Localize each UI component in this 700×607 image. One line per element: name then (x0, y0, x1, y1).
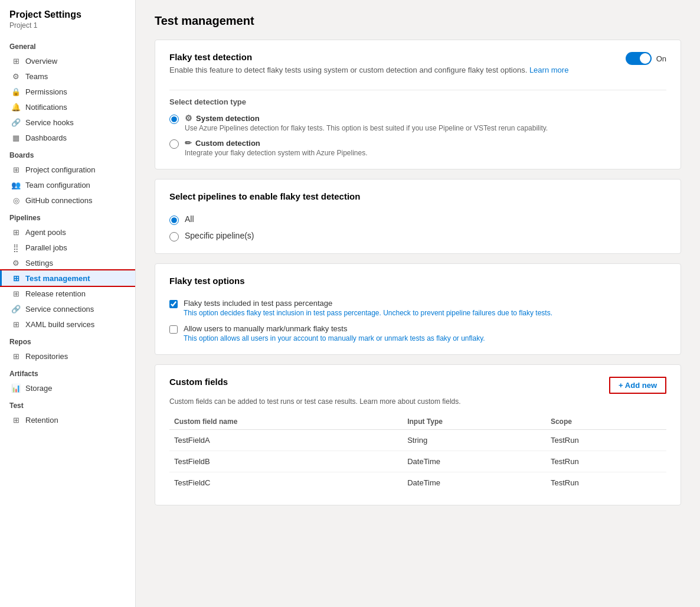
specific-pipelines-label: Specific pipeline(s) (185, 231, 254, 240)
sidebar-item-label-service-hooks: Service hooks (25, 118, 74, 127)
flaky-detection-title: Flaky test detection (169, 52, 568, 62)
custom-detection-desc: Integrate your flaky detection system wi… (185, 149, 368, 157)
sidebar-item-notifications[interactable]: 🔔Notifications (0, 99, 135, 115)
cell-name-2: TestFieldC (169, 472, 403, 494)
flaky-options-checkbox-group: Flaky tests included in test pass percen… (169, 299, 666, 342)
table-row: TestFieldCDateTimeTestRun (169, 472, 666, 494)
notifications-icon: 🔔 (11, 102, 21, 112)
github-connections-icon: ◎ (11, 195, 21, 205)
sidebar-item-label-service-connections: Service connections (25, 305, 94, 314)
cell-scope-2: TestRun (546, 472, 666, 494)
sidebar-item-dashboards[interactable]: ▦Dashboards (0, 130, 135, 145)
sidebar-item-label-overview: Overview (25, 57, 57, 66)
system-detection-desc: Use Azure Pipelines detection for flaky … (185, 124, 548, 132)
sidebar-item-storage[interactable]: 📊Storage (0, 380, 135, 396)
sidebar-item-label-settings: Settings (25, 259, 53, 267)
specific-pipelines-option: Specific pipeline(s) (169, 231, 666, 242)
sidebar-project-title: Project Settings (0, 9, 135, 21)
add-new-button[interactable]: + Add new (609, 377, 666, 394)
specific-pipelines-radio[interactable] (169, 232, 179, 242)
all-pipelines-option: All (169, 214, 666, 225)
sidebar-item-label-permissions: Permissions (25, 87, 67, 96)
sidebar-section-repos: Repos (0, 332, 135, 348)
sidebar-item-teams[interactable]: ⚙Teams (0, 68, 135, 84)
sidebar-item-service-connections[interactable]: 🔗Service connections (0, 301, 135, 316)
sidebar-item-label-release-retention: Release retention (25, 289, 86, 298)
custom-fields-title: Custom fields (169, 377, 228, 387)
col-input-type: Input Type (403, 414, 546, 430)
cell-scope-0: TestRun (546, 430, 666, 451)
flaky-options-title: Flaky test options (169, 276, 666, 286)
cell-name-1: TestFieldB (169, 451, 403, 472)
allow-manual-title: Allow users to manually mark/unmark flak… (184, 324, 485, 333)
cell-scope-1: TestRun (546, 451, 666, 472)
main-content: Test management Flaky test detection Ena… (136, 0, 700, 607)
custom-detection-option: ✏ Custom detection Integrate your flaky … (169, 138, 666, 157)
cell-input_type-1: DateTime (403, 451, 546, 472)
include-pass-checkbox[interactable] (169, 300, 178, 308)
sidebar-item-settings[interactable]: ⚙Settings (0, 255, 135, 270)
test-management-icon: ⊞ (11, 273, 21, 283)
sidebar-item-label-repositories: Repositories (25, 352, 68, 361)
system-detection-radio[interactable] (169, 115, 179, 124)
sidebar-item-retention[interactable]: ⊞Retention (0, 412, 135, 427)
sidebar-item-repositories[interactable]: ⊞Repositories (0, 348, 135, 364)
sidebar-item-xaml-build-services[interactable]: ⊞XAML build services (0, 316, 135, 332)
sidebar-section-boards: Boards (0, 145, 135, 162)
sidebar-item-test-management[interactable]: ⊞Test management (0, 270, 135, 286)
service-hooks-icon: 🔗 (11, 118, 21, 127)
toggle-on-label: On (656, 54, 666, 63)
flaky-detection-toggle[interactable] (626, 52, 652, 65)
sidebar-item-label-dashboards: Dashboards (25, 133, 67, 142)
sidebar-item-project-configuration[interactable]: ⊞Project configuration (0, 162, 135, 177)
sidebar-item-service-hooks[interactable]: 🔗Service hooks (0, 115, 135, 130)
custom-detection-icon: ✏ (185, 138, 192, 148)
detection-type-radio-group: ⚙ System detection Use Azure Pipelines d… (169, 113, 666, 157)
sidebar-item-label-agent-pools: Agent pools (25, 228, 66, 237)
include-pass-title: Flaky tests included in test pass percen… (184, 299, 552, 308)
flaky-detection-card: Flaky test detection Enable this feature… (155, 40, 681, 169)
allow-manual-option: Allow users to manually mark/unmark flak… (169, 324, 666, 342)
project-configuration-icon: ⊞ (11, 165, 21, 174)
system-detection-title: ⚙ System detection (185, 113, 548, 123)
overview-icon: ⊞ (11, 56, 21, 66)
pipelines-radio-group: All Specific pipeline(s) (169, 214, 666, 242)
allow-manual-checkbox[interactable] (169, 325, 178, 334)
sidebar-item-label-team-configuration: Team configuration (25, 181, 90, 190)
cell-input_type-0: String (403, 430, 546, 451)
include-pass-option: Flaky tests included in test pass percen… (169, 299, 666, 317)
sidebar-item-label-teams: Teams (25, 72, 48, 81)
col-scope: Scope (546, 414, 666, 430)
dashboards-icon: ▦ (11, 133, 21, 142)
custom-detection-title: ✏ Custom detection (185, 138, 368, 148)
cell-name-0: TestFieldA (169, 430, 403, 451)
sidebar-item-overview[interactable]: ⊞Overview (0, 53, 135, 68)
page-title: Test management (155, 14, 681, 28)
learn-more-link[interactable]: Learn more (529, 66, 568, 74)
xaml-build-services-icon: ⊞ (11, 319, 21, 329)
sidebar-item-release-retention[interactable]: ⊞Release retention (0, 286, 135, 301)
flaky-detection-toggle-wrap: On (626, 52, 666, 65)
teams-icon: ⚙ (11, 71, 21, 81)
system-detection-option: ⚙ System detection Use Azure Pipelines d… (169, 113, 666, 132)
custom-fields-table: Custom field name Input Type Scope TestF… (169, 414, 666, 493)
sidebar-project-name: Project 1 (0, 21, 135, 37)
sidebar-item-permissions[interactable]: 🔒Permissions (0, 84, 135, 99)
sidebar-item-team-configuration[interactable]: 👥Team configuration (0, 177, 135, 192)
sidebar-item-github-connections[interactable]: ◎GitHub connections (0, 192, 135, 208)
custom-fields-header: Custom fields + Add new (169, 377, 666, 394)
system-detection-icon: ⚙ (185, 113, 192, 123)
custom-fields-desc: Custom fields can be added to test runs … (169, 397, 666, 406)
include-pass-desc: This option decides flaky test inclusion… (184, 309, 552, 317)
service-connections-icon: 🔗 (11, 304, 21, 314)
retention-icon: ⊞ (11, 415, 21, 425)
custom-detection-radio[interactable] (169, 139, 179, 149)
all-pipelines-radio[interactable] (169, 216, 179, 225)
sidebar-item-agent-pools[interactable]: ⊞Agent pools (0, 224, 135, 240)
sidebar-item-label-project-configuration: Project configuration (25, 165, 96, 174)
sidebar-section-pipelines: Pipelines (0, 208, 135, 224)
table-row: TestFieldBDateTimeTestRun (169, 451, 666, 472)
sidebar-section-artifacts: Artifacts (0, 364, 135, 380)
sidebar-item-parallel-jobs[interactable]: ⣿Parallel jobs (0, 240, 135, 255)
detection-type-label: Select detection type (169, 97, 666, 106)
